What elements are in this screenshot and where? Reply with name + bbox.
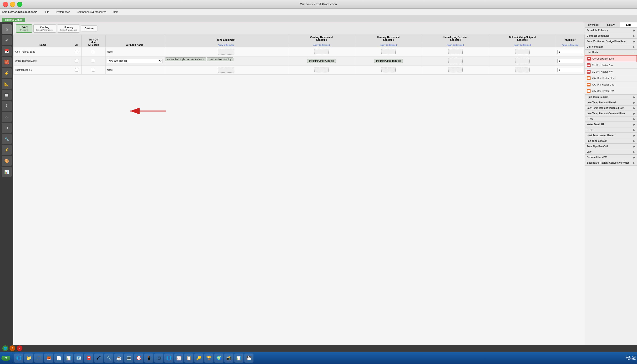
menu-components[interactable]: Components & Measures — [75, 10, 108, 14]
sidebar-service-icon[interactable]: 🔧 — [2, 134, 12, 144]
taskbar-icon-app1[interactable]: 💻 — [124, 354, 134, 362]
heat-thermo-btn[interactable]: Medium Office HtgSetp — [374, 59, 403, 63]
taskbar-icon-app9[interactable]: 🏆 — [204, 354, 214, 362]
taskbar-icon-app5[interactable]: 🌐 — [164, 354, 174, 362]
taskbar-icon-app3[interactable]: 📱 — [144, 354, 154, 362]
section-schedule-rulesets[interactable]: Schedule Rulesets ▶ — [585, 28, 637, 33]
dehumid-set-cell[interactable] — [489, 56, 556, 66]
breadcrumb-tab[interactable]: Thermal Zones — [2, 18, 25, 22]
humid-drop[interactable] — [448, 49, 462, 54]
item-cv-unit-heater-elec[interactable]: CV Unit Heater Elec — [585, 55, 637, 62]
multiplier-cell[interactable] — [556, 48, 584, 56]
taskbar-icon-folder[interactable]: 📁 — [24, 354, 33, 362]
equipment-drop-zone[interactable] — [218, 49, 234, 54]
tab-my-model[interactable]: My Model — [585, 22, 602, 28]
multiplier-input[interactable] — [558, 59, 583, 63]
taskbar-icon-firefox[interactable]: 🦊 — [44, 354, 53, 362]
cool-thermo-cell[interactable]: Medium Office ClgSetp — [288, 56, 355, 66]
item-vav-unit-heater-gas[interactable]: VAV Unit Heater Gas — [585, 82, 637, 88]
multiplier-cell[interactable] — [556, 66, 584, 74]
taskbar-icon-app2[interactable]: 🎯 — [134, 354, 144, 362]
ideal-loads-checkbox[interactable] — [92, 50, 95, 53]
zone-select-checkbox[interactable] — [75, 68, 78, 72]
ideal-loads-cell[interactable] — [82, 48, 105, 56]
item-cv-unit-heater-hw[interactable]: CV Unit Heater HW — [585, 68, 637, 75]
airloop-cell[interactable]: VAV with Reheat — [105, 56, 164, 66]
humid-set-cell[interactable] — [422, 48, 489, 56]
close-button[interactable] — [3, 2, 8, 7]
cool-thermo-btn[interactable]: Medium Office ClgSetp — [307, 59, 336, 63]
custom-button[interactable]: Custom — [81, 26, 98, 31]
sidebar-electric-icon[interactable]: ⚡ — [2, 145, 12, 155]
section-low-temp-radiant-const[interactable]: Low Temp Radiant Constant Flow ▶ — [585, 111, 637, 116]
menu-file[interactable]: File — [44, 10, 51, 14]
sidebar-site-icon[interactable]: ☀ — [2, 35, 12, 45]
heat-thermo-cell[interactable]: Medium Office HtgSetp — [355, 56, 422, 66]
cool-thermo-cell[interactable] — [288, 66, 355, 74]
multiplier-cell[interactable] — [556, 56, 584, 66]
taskbar-icon-media[interactable]: 🎵 — [34, 354, 43, 362]
taskbar-icon-browser[interactable]: 🌐 — [14, 354, 23, 362]
taskbar-icon-app13[interactable]: 💾 — [244, 354, 254, 362]
sidebar-results-icon[interactable]: 📊 — [2, 167, 12, 177]
equip-item-1[interactable]: Air Terminal Single Duct VAV Reheat 1 — [165, 58, 206, 61]
section-heat-pump-water-heater[interactable]: Heat Pump Water Heater ▶ — [585, 133, 637, 138]
taskbar-icon-doc[interactable]: 📄 — [54, 354, 63, 362]
heat-thermo-drop[interactable] — [382, 67, 396, 72]
section-pthp[interactable]: PTHP ▶ — [585, 127, 637, 133]
dehumid-drop[interactable] — [515, 58, 530, 63]
humid-drop[interactable] — [448, 58, 462, 63]
heating-sizing-button[interactable]: Heating Sizing Parameters — [57, 24, 80, 33]
section-baseboard-radiant[interactable]: Baseboard Radiant Convective Water ▶ — [585, 160, 637, 166]
window-controls[interactable] — [3, 2, 22, 7]
taskbar-icon-app11[interactable]: 📸 — [224, 354, 234, 362]
taskbar-icon-java[interactable]: ☕ — [114, 354, 124, 362]
zone-select-cell[interactable] — [72, 66, 82, 74]
dehumid-set-cell[interactable] — [489, 66, 556, 74]
tab-edit[interactable]: Edit — [620, 22, 637, 28]
hvac-systems-button[interactable]: HVAC Systems — [16, 24, 32, 33]
section-water-to-air-hp[interactable]: Water To Air HP ▶ — [585, 122, 637, 127]
multiplier-input[interactable] — [558, 68, 583, 72]
section-high-temp-radiant[interactable]: High Temp Radiant ▶ — [585, 94, 637, 100]
ideal-loads-checkbox[interactable] — [92, 59, 95, 62]
col-heatthermo-apply[interactable]: Apply to Selected — [355, 42, 422, 48]
section-low-temp-radiant-var[interactable]: Low Temp Radiant Variable Flow ▶ — [585, 105, 637, 111]
cooling-sizing-button[interactable]: Cooling Sizing Parameters — [33, 24, 56, 33]
minimize-button[interactable] — [10, 2, 15, 7]
taskbar-icon-tools[interactable]: 🔧 — [104, 354, 114, 362]
equipment-drop-zone[interactable] — [218, 67, 234, 73]
section-erv[interactable]: ERV ▶ — [585, 149, 637, 154]
taskbar-icon-app10[interactable]: 🌍 — [214, 354, 224, 362]
menu-help[interactable]: Help — [112, 10, 120, 14]
sidebar-constructions-icon[interactable]: 🧱 — [2, 57, 12, 67]
sidebar-hvac-icon[interactable]: ♨ — [2, 112, 12, 122]
multiplier-input[interactable] — [558, 50, 583, 54]
taskbar-icon-edit[interactable]: 🖊 — [94, 354, 104, 362]
dehumid-set-cell[interactable] — [489, 48, 556, 56]
col-multiplier-apply[interactable]: Apply to Selected — [556, 42, 584, 48]
col-dehumidset-apply[interactable]: Apply to Selected — [489, 42, 556, 48]
item-cv-unit-heater-gas[interactable]: CV Unit Heater Gas — [585, 62, 637, 68]
tab-library[interactable]: Library — [602, 22, 620, 28]
sidebar-loads-icon[interactable]: ⚡ — [2, 68, 12, 78]
section-ptac[interactable]: PTAC ▶ — [585, 116, 637, 122]
section-zone-ventilation[interactable]: Zone Ventilation Design Flow Rate ▶ — [585, 38, 637, 44]
status-globe-icon[interactable]: 🌐 — [2, 346, 8, 351]
section-unit-heater[interactable]: Unit Heater ▼ — [585, 50, 637, 55]
ideal-loads-checkbox[interactable] — [92, 68, 95, 72]
cool-thermo-cell[interactable] — [288, 48, 355, 56]
section-dehumidifier-dx[interactable]: Dehumidifier - DX ▶ — [585, 154, 637, 160]
section-fan-zone-exhaust[interactable]: Fan Zone Exhaust ▶ — [585, 138, 637, 144]
sidebar-render-icon[interactable]: 🎨 — [2, 156, 12, 166]
menu-preferences[interactable]: Preferences — [54, 10, 72, 14]
ideal-loads-cell[interactable] — [82, 66, 105, 74]
airloop-select[interactable]: VAV with Reheat — [107, 58, 162, 63]
status-warning-icon[interactable]: ⚠ — [10, 346, 15, 351]
item-vav-unit-heater-elec[interactable]: VAV Unit Heater Elec — [585, 75, 637, 82]
equip-item-2[interactable]: Unit Ventilator - Cooling — [207, 58, 234, 61]
section-unit-ventilator[interactable]: Unit Ventilator ▶ — [585, 44, 637, 50]
section-four-pipe-fan-coil[interactable]: Four Pipe Fan Coil ▶ — [585, 144, 637, 149]
zone-select-checkbox[interactable] — [75, 59, 78, 62]
start-button[interactable]: ⊞ — [2, 356, 10, 361]
